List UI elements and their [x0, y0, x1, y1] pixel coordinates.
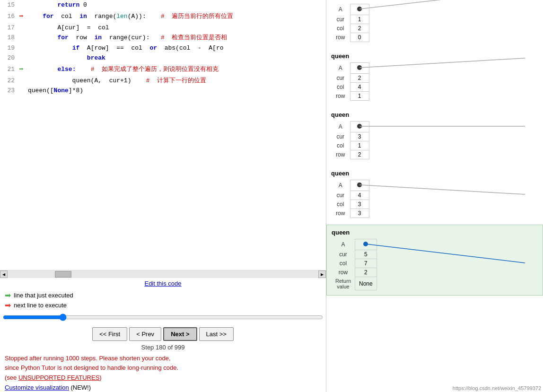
pointer-dot [357, 65, 362, 70]
line-number: 20 [0, 53, 17, 63]
code-row: 17 A[cur] = col [0, 23, 326, 33]
line-arrow [17, 76, 26, 86]
first-button[interactable]: << First [92, 327, 127, 341]
var-table: Acur5col7row2ReturnvalueNone [332, 239, 377, 290]
var-value: 0 [350, 33, 369, 42]
last-button[interactable]: Last >> [199, 327, 234, 341]
line-code: break [26, 53, 326, 63]
var-value: 1 [350, 15, 369, 24]
error-message: Stopped after running 1000 steps. Please… [0, 354, 326, 383]
controls: << First < Prev Next > Last >> Step 180 … [0, 324, 326, 354]
line-arrow [17, 33, 26, 43]
table-row: A [331, 122, 369, 132]
line-number: 18 [0, 33, 17, 43]
var-label-A: A [332, 239, 355, 250]
hscroll-thumb[interactable] [55, 271, 71, 278]
viz-frame-2: queenAcur2col4row1 [326, 49, 543, 105]
frame-title: queen [331, 111, 500, 118]
code-row: 18 for row in range(cur): # 检查当前位置是否相 [0, 33, 326, 43]
line-code: if A[row] == col or abs(col - A[ro [26, 43, 326, 53]
var-label: col [331, 141, 350, 150]
frame-title: queen [332, 229, 500, 236]
hscroll-left-arrow[interactable]: ◀ [0, 270, 8, 278]
edit-link-row: Edit this code [0, 278, 326, 289]
var-label: cur [331, 191, 350, 200]
next-button[interactable]: Next > [163, 327, 197, 341]
line-number: 17 [0, 23, 17, 33]
var-value: 7 [355, 259, 377, 268]
var-table: Acur3col1row2 [331, 121, 369, 159]
legend-next: ➡ next line to execute [5, 301, 321, 310]
table-row: cur1 [331, 15, 369, 24]
line-number: 23 [0, 86, 17, 96]
table-row: cur4 [331, 191, 369, 200]
step-slider[interactable] [3, 314, 323, 321]
table-row: row2 [332, 268, 377, 277]
code-row: 16➡ for col in range(len(A)): # 遍历当前行的所有… [0, 10, 326, 23]
return-value: None [355, 277, 377, 290]
var-label-A: A [331, 122, 350, 132]
line-code: return 0 [26, 0, 326, 10]
line-number: 15 [0, 0, 17, 10]
var-value-A [350, 4, 369, 15]
line-code: queen([None]*8) [26, 86, 326, 96]
error-line1: Stopped after running 1000 steps. Please… [5, 354, 321, 364]
viz-frame-3: queenAcur3col1row2 [326, 107, 543, 164]
line-arrow [17, 0, 26, 10]
arrow-green-icon: ➡ [5, 291, 11, 300]
var-value: 3 [350, 132, 369, 141]
var-value: 2 [350, 24, 369, 33]
horizontal-scrollbar[interactable]: ◀ ▶ [0, 270, 326, 278]
var-label: row [331, 209, 350, 218]
var-table: Acur1col2row0 [331, 4, 369, 42]
error-prefix: (see [5, 374, 18, 381]
var-label: cur [331, 132, 350, 141]
table-row: col2 [331, 24, 369, 33]
line-code: else: # 如果完成了整个遍历，则说明位置没有相克 [26, 63, 326, 76]
line-arrow: ➡ [17, 63, 26, 76]
table-row: col4 [331, 83, 369, 92]
var-label: row [332, 268, 355, 277]
viz-frame-5: queenAcur5col7row2ReturnvalueNone [326, 225, 543, 296]
pointer-dot [357, 124, 362, 129]
var-value: 5 [355, 250, 377, 259]
unsupported-features-link[interactable]: UNSUPPORTED FEATURES [18, 374, 99, 381]
hscroll-right-arrow[interactable]: ▶ [318, 270, 326, 278]
green-arrow-icon: ➡ [19, 65, 24, 74]
var-value: 4 [350, 83, 369, 92]
var-label: col [331, 200, 350, 209]
table-row: col1 [331, 141, 369, 150]
pointer-dot [357, 183, 362, 187]
line-code: for row in range(cur): # 检查当前位置是否相 [26, 33, 326, 43]
var-value: 2 [350, 150, 369, 159]
code-row: 15 return 0 [0, 0, 326, 10]
var-label: col [331, 83, 350, 92]
customize-link[interactable]: Customize visualization [5, 384, 69, 391]
var-label: cur [331, 74, 350, 83]
prev-button[interactable]: < Prev [129, 327, 161, 341]
line-number: 21 [0, 63, 17, 76]
table-row: A [331, 180, 369, 191]
watermark: https://blog.csdn.net/weixin_45799372 [453, 385, 541, 391]
legend-next-text: next line to execute [14, 302, 67, 309]
var-value: 1 [350, 92, 369, 101]
line-number: 16 [0, 10, 17, 23]
line-arrow [17, 53, 26, 63]
table-row: col7 [332, 259, 377, 268]
code-row: 23queen([None]*8) [0, 86, 326, 96]
customize-new: (NEW!) [69, 384, 91, 391]
table-row: A [331, 63, 369, 74]
frame-title: queen [331, 52, 500, 60]
var-value: 3 [350, 200, 369, 209]
var-value-A [350, 122, 369, 132]
error-line2: since Python Tutor is not designed to ha… [5, 363, 321, 373]
viz-frame-1: Acur1col2row0 [326, 0, 543, 47]
edit-link[interactable]: Edit this code [144, 280, 181, 287]
var-table: Acur4col3row3 [331, 180, 369, 218]
arrow-red-icon: ➡ [5, 301, 11, 310]
line-arrow: ➡ [17, 10, 26, 23]
right-panel: Acur1col2row0queenAcur2col4row1queenAcur… [326, 0, 543, 392]
code-row: 19 if A[row] == col or abs(col - A[ro [0, 43, 326, 53]
customize-row: Customize visualization (NEW!) [0, 383, 326, 392]
nav-buttons: << First < Prev Next > Last >> [92, 327, 234, 341]
